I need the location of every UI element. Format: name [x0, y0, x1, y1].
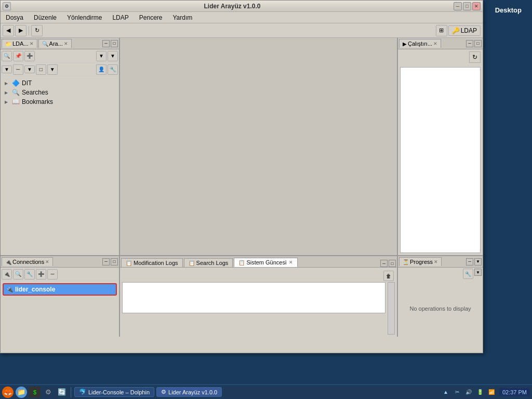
mod-logs-icon: 📋 [126, 260, 132, 266]
close-button[interactable]: ✕ [472, 2, 481, 10]
title-bar-left: ⚙ [3, 2, 11, 10]
connection-icon: 🔌 [7, 287, 13, 292]
minimize-button[interactable]: ─ [454, 2, 462, 10]
calistiri-maximize[interactable]: □ [474, 40, 482, 47]
conn-search-btn[interactable]: 🔍 [13, 269, 23, 280]
collapse-btn[interactable]: ▼ [108, 51, 118, 61]
volume-icon[interactable]: 🔊 [464, 388, 473, 397]
battery-icon[interactable]: 🔋 [475, 388, 485, 397]
taskbar-right: ▲ ✂ 🔊 🔋 📶 02:37 PM [441, 388, 530, 397]
taskbar-icons: 🦊 📁 $ ⚙ 🔄 [2, 387, 68, 398]
searches-icon: 🔍 [12, 89, 20, 96]
calistiri-minimize[interactable]: ─ [466, 40, 473, 47]
arrow-up-icon[interactable]: ▲ [441, 388, 450, 397]
pin-btn[interactable]: 📌 [13, 51, 23, 61]
progress-close[interactable]: ✕ [434, 259, 438, 264]
conn-minimize[interactable]: ─ [102, 258, 110, 265]
dropdown3[interactable]: ▼ [47, 64, 58, 75]
add-btn[interactable]: ➕ [24, 51, 35, 61]
progress-wrench[interactable]: 🔧 [463, 269, 473, 279]
ldap-button[interactable]: 🔑 LDAP [448, 25, 481, 36]
menu-yardim[interactable]: Yardım [169, 13, 195, 22]
taskbar-dolphin[interactable]: 🐬 Lider-Console – Dolphin [74, 387, 154, 397]
menu-yonlendirme[interactable]: Yönlendirme [64, 13, 105, 22]
conn-minus-btn[interactable]: ─ [47, 269, 58, 280]
calistiri-refresh[interactable]: ↻ [469, 51, 481, 63]
taskbar-firefox-icon[interactable]: 🦊 [2, 387, 14, 398]
left-panel-maximize[interactable]: □ [111, 40, 118, 47]
person-btn[interactable]: 👤 [96, 64, 107, 75]
calistiri-tab[interactable]: ▶ Çalıştırı... ✕ [399, 39, 441, 48]
ara-tab-icon: 🔍 [42, 41, 48, 47]
sistem-close[interactable]: ✕ [289, 260, 293, 265]
conn-maximize[interactable]: □ [111, 258, 118, 265]
refresh-button[interactable]: ↻ [31, 25, 43, 36]
conn-plus-btn[interactable]: ➕ [36, 269, 46, 280]
tree-item-bookmarks[interactable]: ▶ 📖 Bookmarks [3, 97, 117, 107]
menu-dosya[interactable]: Dosya [3, 13, 26, 22]
lda-tab-icon: 📁 [5, 41, 11, 47]
lider-console-item[interactable]: 🔌 lider_console [3, 283, 117, 296]
taskbar-settings-icon[interactable]: ⚙ [43, 387, 54, 398]
title-bar: ⚙ Lider Arayüz v1.0.0 ─ □ ✕ [1, 1, 483, 12]
taskbar-update-icon[interactable]: 🔄 [56, 387, 68, 398]
tab-ara[interactable]: 🔍 Ara... ✕ [38, 39, 72, 48]
delete-btn[interactable]: 🗑 [383, 271, 394, 281]
square-btn[interactable]: □ [36, 64, 46, 75]
app-icon: ⚙ [3, 2, 11, 10]
conn-settings-btn[interactable]: 🔧 [24, 269, 35, 280]
progress-tabbar: ⏳ Progress ✕ ─ ▼ [398, 256, 483, 268]
tree-item-searches[interactable]: ▶ 🔍 Searches [3, 88, 117, 97]
taskbar-folder-icon[interactable]: 📁 [16, 387, 27, 398]
bookmarks-expand-icon: ▶ [5, 100, 10, 104]
menu-duzenle[interactable]: Düzenle [31, 13, 60, 22]
progress-dropdown[interactable]: ▼ [474, 269, 482, 276]
tab-sistem-guncesi[interactable]: 📋 Sistem Güncesi ✕ [234, 258, 298, 267]
menu-pencere[interactable]: Pencere [136, 13, 166, 22]
vertical-scrollbar[interactable] [388, 282, 395, 335]
dolphin-label: Lider-Console – Dolphin [88, 389, 150, 395]
no-ops-label: No operations to display [409, 305, 471, 312]
connections-close[interactable]: ✕ [45, 259, 49, 264]
progress-icon: ⏳ [403, 259, 409, 265]
tree-item-dit[interactable]: ▶ 🔷 DIT [3, 78, 117, 88]
left-panel-tabbar: 📁 LDA... ✕ 🔍 Ara... ✕ ─ □ [1, 38, 119, 49]
bottom-minimize[interactable]: ─ [380, 260, 388, 267]
progress-content: No operations to display [398, 280, 483, 337]
taskbar-terminal-icon[interactable]: $ [29, 387, 41, 398]
app-title: Lider Arayüz v1.0.0 [11, 3, 454, 10]
menu-ldap[interactable]: LDAP [109, 13, 131, 22]
bottom-maximize[interactable]: □ [389, 260, 396, 267]
connections-tab[interactable]: 🔌 Connections ✕ [2, 257, 53, 266]
search-btn[interactable]: 🔍 [2, 51, 12, 61]
progress-label: Progress [410, 259, 433, 265]
back-button[interactable]: ◀ [3, 25, 14, 36]
bookmarks-label: Bookmarks [22, 98, 53, 105]
dropdown1[interactable]: ▼ [2, 65, 12, 73]
conn-toolbar: 🔌 🔍 🔧 ➕ ─ [1, 268, 119, 281]
progress-tab[interactable]: ⏳ Progress ✕ [399, 257, 442, 266]
tab-lda[interactable]: 📁 LDA... ✕ [2, 39, 37, 48]
lda-tab-close[interactable]: ✕ [30, 41, 34, 46]
view-dropdown[interactable]: ▼ [96, 51, 107, 61]
ara-tab-close[interactable]: ✕ [64, 41, 68, 46]
lider-icon: ⚙ [161, 389, 166, 395]
prog-expand[interactable]: ▼ [474, 258, 482, 265]
panels-top: 📁 LDA... ✕ 🔍 Ara... ✕ ─ □ 🔍 📌 ➕ [1, 38, 483, 256]
calistiri-close[interactable]: ✕ [433, 41, 437, 46]
forward-button[interactable]: ▶ [15, 25, 26, 36]
tab-modification-logs[interactable]: 📋 Modification Logs [121, 258, 183, 267]
scissors-icon[interactable]: ✂ [453, 388, 462, 397]
tab-search-logs[interactable]: 📋 Search Logs [184, 258, 233, 267]
prog-minimize[interactable]: ─ [466, 258, 473, 265]
wrench-btn[interactable]: 🔧 [108, 64, 118, 75]
conn-add-btn[interactable]: 🔌 [2, 269, 12, 280]
sys-icons: ▲ ✂ 🔊 🔋 📶 [441, 388, 496, 397]
restore-button[interactable]: □ [463, 2, 471, 10]
network-icon[interactable]: 📶 [487, 388, 496, 397]
minus-btn[interactable]: ─ [13, 64, 23, 75]
taskbar-lider[interactable]: ⚙ Lider Arayüz v1.0.0 [156, 387, 222, 397]
dropdown2[interactable]: ▼ [24, 65, 35, 73]
view-button[interactable]: ⊞ [436, 25, 447, 36]
left-panel-minimize[interactable]: ─ [102, 40, 110, 47]
